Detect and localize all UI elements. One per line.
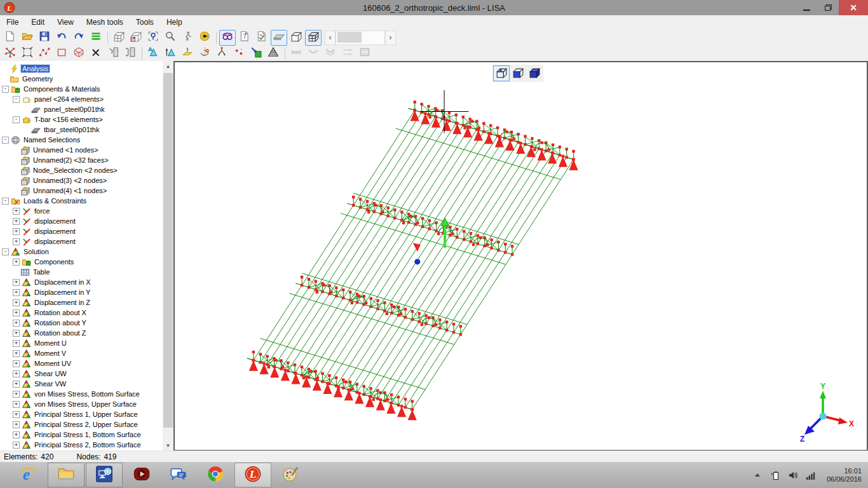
tree-expand-plus[interactable]: + xyxy=(13,370,20,377)
toolbar-scroll-thumb[interactable] xyxy=(337,32,362,43)
tree-expand-plus[interactable]: + xyxy=(13,442,20,449)
tree-item-t-bar-156-elements[interactable]: -T-bar <156 elements> xyxy=(0,114,163,125)
scroll-up-icon[interactable]: ▲ xyxy=(163,61,173,72)
tree-scrollbar[interactable]: ▲ ▼ xyxy=(163,61,173,451)
tree-item-tbar-steel0p01thk[interactable]: tbar_steel0p01thk xyxy=(0,125,163,135)
tree-item-panel-264-elements[interactable]: -panel <264 elements> xyxy=(0,94,163,104)
menu-mesh-tools[interactable]: Mesh tools xyxy=(80,17,130,28)
tree-item-node-selection-2-nodes[interactable]: Node_Selection <2 nodes> xyxy=(0,165,163,175)
view-cube-button[interactable] xyxy=(111,30,127,46)
taskbar-lisa[interactable]: L xyxy=(234,463,271,487)
scrollbar-thumb[interactable] xyxy=(163,73,173,428)
redo-button[interactable] xyxy=(71,30,87,46)
tree-item-unnamed-2-32-faces[interactable]: Unnamed(2) <32 faces> xyxy=(0,155,163,165)
tree-expand-minus[interactable]: - xyxy=(13,116,20,123)
taskbar-clock[interactable]: 16:01 06/06/2016 xyxy=(827,467,862,484)
tree-expand-plus[interactable]: + xyxy=(13,289,20,296)
split-arrows-button[interactable] xyxy=(214,46,230,62)
taskbar-internet-explorer[interactable]: e xyxy=(10,463,47,488)
tree-expand-minus[interactable]: - xyxy=(2,248,9,255)
tree-item-displacement-in-z[interactable]: +Displacement in Z xyxy=(0,297,163,308)
curve-u-button[interactable] xyxy=(305,46,322,62)
tree-expand-plus[interactable]: + xyxy=(13,309,20,316)
taskbar-network-computer[interactable] xyxy=(86,463,123,487)
tree-item-force[interactable]: +force xyxy=(0,206,163,216)
menu-help[interactable]: Help xyxy=(160,17,189,28)
tree-expand-plus[interactable]: + xyxy=(13,299,20,306)
tree-item-panel-steel0p01thk[interactable]: panel_steel0p01thk xyxy=(0,104,163,114)
cube-wireframe-button[interactable] xyxy=(305,30,322,46)
tree-expand-plus[interactable]: + xyxy=(13,218,20,225)
tree-item-moment-u[interactable]: +Moment U xyxy=(0,338,163,348)
tree-expand-plus[interactable]: + xyxy=(13,391,20,398)
scroll-right-icon[interactable]: › xyxy=(385,30,396,45)
fea-model[interactable] xyxy=(175,62,867,450)
delete-x-button[interactable] xyxy=(88,46,104,62)
restore-button[interactable] xyxy=(817,0,839,15)
tree-item-components[interactable]: +Components xyxy=(0,257,163,267)
tree-item-rotation-about-x[interactable]: +Rotation about X xyxy=(0,308,163,318)
tree-item-displacement[interactable]: +displacement xyxy=(0,226,163,236)
surface-7-button[interactable]: 7 xyxy=(236,30,253,46)
taskbar-paint[interactable] xyxy=(272,463,309,488)
snap-key-button[interactable] xyxy=(145,30,161,46)
tree-expand-plus[interactable]: + xyxy=(13,360,20,367)
tree-expand-plus[interactable]: + xyxy=(13,228,20,235)
fit-arrows-button[interactable] xyxy=(339,46,356,62)
menu-tools[interactable]: Tools xyxy=(130,17,160,28)
red-polyhedron-button[interactable] xyxy=(71,46,87,62)
tree-item-unnamed-1-nodes[interactable]: Unnamed <1 nodes> xyxy=(0,145,163,155)
tree-item-unnamed-3-2-nodes[interactable]: Unnamed(3) <2 nodes> xyxy=(0,175,163,186)
assign-selection-button[interactable] xyxy=(248,46,264,62)
save-file-button[interactable] xyxy=(36,30,53,46)
tree-item-von-mises-stress-upper-surface[interactable]: +von Mises Stress, Upper Surface xyxy=(0,399,163,409)
tree-expand-plus[interactable]: + xyxy=(13,411,20,418)
tree-item-principal-stress-2-upper-surface[interactable]: +Principal Stress 2, Upper Surface xyxy=(0,419,163,430)
menu-edit[interactable]: Edit xyxy=(25,17,51,28)
tree-item-principal-stress-1-bottom-surface[interactable]: +Principal Stress 1, Bottom Surface xyxy=(0,430,163,440)
polyline-nodes-button[interactable] xyxy=(36,46,53,62)
tree-expand-minus[interactable]: - xyxy=(2,198,9,205)
taskbar-media-player[interactable] xyxy=(123,463,160,488)
network-signal-icon[interactable] xyxy=(804,468,818,482)
tree-item-loads-constraints[interactable]: -Loads & Constraints xyxy=(0,196,163,206)
extrude-list-button[interactable] xyxy=(122,46,139,62)
menu-file[interactable]: File xyxy=(0,17,25,28)
mesh-triangle-button[interactable] xyxy=(265,46,281,62)
tree-item-displacement-in-x[interactable]: +Displacement in X xyxy=(0,277,163,287)
tree-expand-plus[interactable]: + xyxy=(13,381,20,388)
battery-icon[interactable] xyxy=(768,468,782,482)
tree-expand-plus[interactable]: + xyxy=(13,340,20,347)
walk-button[interactable] xyxy=(179,30,196,46)
tree-expand-plus[interactable]: + xyxy=(13,279,20,286)
insert-node-list-button[interactable] xyxy=(105,46,121,62)
scroll-down-icon[interactable]: ▼ xyxy=(163,440,173,451)
rotate-copy-button[interactable] xyxy=(196,46,213,62)
tree-item-shear-uw[interactable]: +Shear UW xyxy=(0,369,163,379)
tree-expand-minus[interactable]: - xyxy=(13,96,20,103)
tri-load-button[interactable] xyxy=(145,46,161,62)
measure-compass-button[interactable] xyxy=(196,30,213,46)
surface-check-button[interactable] xyxy=(254,30,270,46)
tree-item-principal-stress-2-bottom-surface[interactable]: +Principal Stress 2, Bottom Surface xyxy=(0,440,163,450)
tree-item-solution[interactable]: -Solution xyxy=(0,247,163,257)
tree-item-displacement[interactable]: +displacement xyxy=(0,236,163,247)
toolbar-scroll-track[interactable] xyxy=(336,30,385,45)
tree-expand-plus[interactable]: + xyxy=(13,320,20,327)
new-file-button[interactable] xyxy=(2,30,18,46)
red-square-button[interactable] xyxy=(53,46,70,62)
hidden-line-cube-button[interactable] xyxy=(510,65,526,81)
tree-item-rotation-about-z[interactable]: +Rotation about Z xyxy=(0,328,163,338)
tree-item-geometry[interactable]: Geometry xyxy=(0,74,163,84)
tree-item-shear-vw[interactable]: +Shear VW xyxy=(0,379,163,389)
tree-item-named-selections[interactable]: -Named Selections xyxy=(0,135,163,145)
tree-item-rotation-about-y[interactable]: +Rotation about Y xyxy=(0,318,163,328)
tree-expand-plus[interactable]: + xyxy=(13,208,20,215)
refine-box-button[interactable] xyxy=(19,46,36,62)
extrude-plate-button[interactable] xyxy=(179,46,196,62)
minimize-button[interactable] xyxy=(796,0,817,15)
scroll-left-icon[interactable]: ‹ xyxy=(325,30,336,45)
tree-expand-plus[interactable]: + xyxy=(13,330,20,337)
wireframe-cube-button[interactable] xyxy=(493,65,510,81)
tree-item-table[interactable]: Table xyxy=(0,267,163,277)
